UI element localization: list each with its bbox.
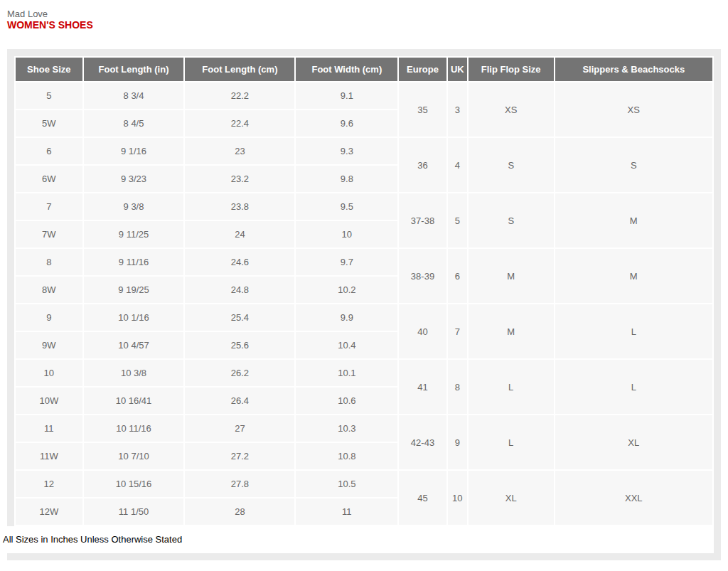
cell-foot-length-in: 10 3/8: [84, 360, 184, 386]
cell-europe: 41: [399, 360, 446, 414]
cell-uk: 10: [448, 471, 467, 525]
cell-foot-length-cm: 27: [185, 415, 294, 442]
cell-foot-length-cm: 25.4: [185, 304, 294, 331]
cell-foot-length-in: 10 4/57: [84, 332, 184, 358]
table-row: 1110 11/162710.342-439LXL: [16, 415, 712, 442]
table-row: 1210 15/1627.810.54510XLXXL: [16, 471, 712, 497]
cell-foot-length-cm: 24.6: [185, 249, 294, 275]
table-row: 79 3/823.89.537-385SM: [16, 193, 712, 220]
cell-europe: 38-39: [399, 249, 446, 303]
cell-foot-length-in: 10 11/16: [84, 415, 184, 442]
cell-foot-length-cm: 23.8: [185, 193, 294, 220]
cell-foot-width-cm: 9.6: [296, 110, 397, 137]
cell-uk: 3: [448, 82, 467, 137]
cell-foot-length-cm: 27.2: [185, 443, 294, 469]
column-header-foot-width-cm: Foot Width (cm): [296, 58, 397, 81]
cell-shoe-size: 12: [16, 471, 82, 497]
cell-europe: 35: [399, 82, 446, 137]
cell-uk: 7: [448, 304, 467, 358]
cell-foot-length-cm: 26.2: [185, 360, 294, 386]
cell-slippers-beachsocks: XL: [555, 415, 712, 469]
table-row: 89 11/1624.69.738-396MM: [16, 249, 712, 275]
cell-shoe-size: 5W: [16, 110, 82, 137]
column-header-flip-flop-size: Flip Flop Size: [469, 58, 554, 81]
cell-shoe-size: 10: [16, 360, 82, 386]
cell-shoe-size: 10W: [16, 388, 82, 414]
column-header-europe: Europe: [399, 58, 446, 81]
cell-foot-width-cm: 10.6: [296, 388, 397, 414]
column-header-foot-length-in: Foot Length (in): [84, 58, 184, 81]
footnote: All Sizes in Inches Unless Otherwise Sta…: [0, 526, 714, 553]
cell-shoe-size: 6: [16, 138, 82, 164]
column-header-slippers-beachsocks: Slippers & Beachsocks: [555, 58, 712, 81]
cell-slippers-beachsocks: S: [555, 138, 712, 192]
cell-europe: 42-43: [399, 415, 446, 469]
cell-foot-length-cm: 22.4: [185, 110, 294, 137]
table-row: 58 3/422.29.1353XSXS: [16, 82, 712, 109]
cell-foot-width-cm: 10.5: [296, 471, 397, 497]
cell-uk: 4: [448, 138, 467, 192]
cell-shoe-size: 7W: [16, 221, 82, 247]
cell-slippers-beachsocks: M: [555, 193, 712, 247]
cell-foot-length-in: 10 7/10: [84, 443, 184, 469]
cell-foot-length-cm: 26.4: [185, 388, 294, 414]
column-header-uk: UK: [448, 58, 467, 81]
column-header-shoe-size: Shoe Size: [16, 58, 82, 81]
size-chart-table: Shoe SizeFoot Length (in)Foot Length (cm…: [14, 56, 714, 526]
cell-shoe-size: 8: [16, 249, 82, 275]
cell-shoe-size: 7: [16, 193, 82, 220]
cell-shoe-size: 11W: [16, 443, 82, 469]
cell-europe: 37-38: [399, 193, 446, 247]
cell-shoe-size: 9: [16, 304, 82, 331]
cell-europe: 36: [399, 138, 446, 192]
table-header-row: Shoe SizeFoot Length (in)Foot Length (cm…: [16, 58, 712, 81]
cell-foot-length-cm: 23: [185, 138, 294, 164]
cell-shoe-size: 11: [16, 415, 82, 442]
cell-shoe-size: 6W: [16, 166, 82, 192]
cell-shoe-size: 5: [16, 82, 82, 109]
cell-flip-flop-size: L: [469, 360, 554, 414]
cell-slippers-beachsocks: XXL: [555, 471, 712, 525]
cell-flip-flop-size: M: [469, 249, 554, 303]
size-chart-container: Shoe SizeFoot Length (in)Foot Length (cm…: [7, 49, 721, 560]
cell-foot-length-in: 10 16/41: [84, 388, 184, 414]
cell-foot-length-cm: 23.2: [185, 166, 294, 192]
cell-foot-width-cm: 10.4: [296, 332, 397, 358]
cell-foot-length-in: 8 3/4: [84, 82, 184, 109]
cell-foot-length-cm: 27.8: [185, 471, 294, 497]
cell-shoe-size: 12W: [16, 498, 82, 525]
cell-shoe-size: 8W: [16, 277, 82, 303]
cell-foot-width-cm: 11: [296, 498, 397, 525]
table-row: 1010 3/826.210.1418LL: [16, 360, 712, 386]
brand-label: Mad Love: [7, 9, 728, 19]
cell-foot-length-in: 9 11/16: [84, 249, 184, 275]
cell-flip-flop-size: L: [469, 415, 554, 469]
table-row: 910 1/1625.49.9407ML: [16, 304, 712, 331]
cell-foot-width-cm: 10.2: [296, 277, 397, 303]
cell-foot-width-cm: 9.1: [296, 82, 397, 109]
cell-foot-length-in: 9 11/25: [84, 221, 184, 247]
cell-slippers-beachsocks: L: [555, 304, 712, 358]
cell-slippers-beachsocks: M: [555, 249, 712, 303]
table-row: 69 1/16239.3364SS: [16, 138, 712, 164]
cell-foot-width-cm: 10.1: [296, 360, 397, 386]
cell-foot-width-cm: 9.7: [296, 249, 397, 275]
cell-foot-length-in: 9 3/8: [84, 193, 184, 220]
cell-foot-width-cm: 10.3: [296, 415, 397, 442]
cell-slippers-beachsocks: XS: [555, 82, 712, 137]
cell-flip-flop-size: XL: [469, 471, 554, 525]
cell-flip-flop-size: S: [469, 193, 554, 247]
cell-foot-length-in: 9 1/16: [84, 138, 184, 164]
cell-foot-length-in: 10 1/16: [84, 304, 184, 331]
cell-europe: 40: [399, 304, 446, 358]
cell-flip-flop-size: M: [469, 304, 554, 358]
cell-foot-length-in: 10 15/16: [84, 471, 184, 497]
cell-foot-width-cm: 9.8: [296, 166, 397, 192]
cell-flip-flop-size: XS: [469, 82, 554, 137]
cell-uk: 9: [448, 415, 467, 469]
cell-foot-length-in: 9 3/23: [84, 166, 184, 192]
cell-foot-width-cm: 9.9: [296, 304, 397, 331]
cell-europe: 45: [399, 471, 446, 525]
page: Mad Love WOMEN'S SHOES Shoe SizeFoot Len…: [0, 9, 728, 560]
cell-foot-length-cm: 22.2: [185, 82, 294, 109]
